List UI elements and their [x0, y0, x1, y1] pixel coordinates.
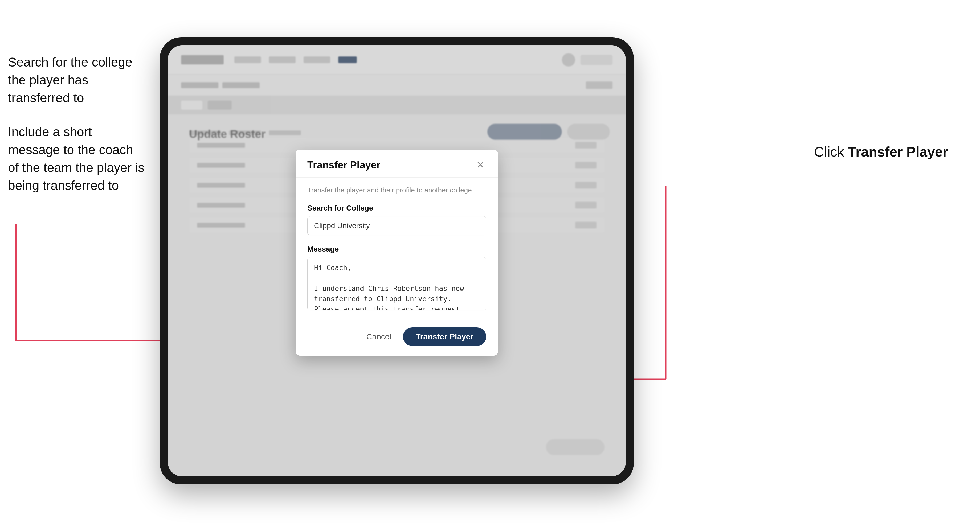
transfer-player-dialog: Transfer Player ✕ Transfer the player an…	[296, 149, 498, 356]
tablet-device: Update Roster Transfer Player ✕ Transfer…	[160, 37, 634, 484]
dialog-header: Transfer Player ✕	[296, 149, 498, 178]
annotation-right-click: Click	[814, 144, 844, 159]
message-label: Message	[307, 245, 486, 253]
annotation-left-text1: Search for the college the player has tr…	[8, 55, 132, 105]
annotation-left-text2: Include a short message to the coach of …	[8, 125, 144, 193]
cancel-button[interactable]: Cancel	[361, 329, 396, 345]
dialog-body: Transfer the player and their profile to…	[296, 178, 498, 320]
tablet-screen: Update Roster Transfer Player ✕ Transfer…	[168, 45, 626, 476]
close-button[interactable]: ✕	[474, 159, 486, 171]
dialog-title: Transfer Player	[307, 159, 380, 171]
dialog-overlay: Transfer Player ✕ Transfer the player an…	[168, 45, 626, 476]
dialog-footer: Cancel Transfer Player	[296, 320, 498, 356]
message-textarea[interactable]: Hi Coach, I understand Chris Robertson h…	[307, 257, 486, 310]
annotation-right: Click Transfer Player	[814, 144, 948, 160]
annotation-left: Search for the college the player has tr…	[8, 53, 146, 194]
annotation-right-bold: Transfer Player	[848, 144, 948, 159]
search-college-label: Search for College	[307, 204, 486, 213]
dialog-description: Transfer the player and their profile to…	[307, 186, 486, 194]
search-college-input[interactable]	[307, 216, 486, 235]
transfer-player-button[interactable]: Transfer Player	[403, 327, 486, 346]
